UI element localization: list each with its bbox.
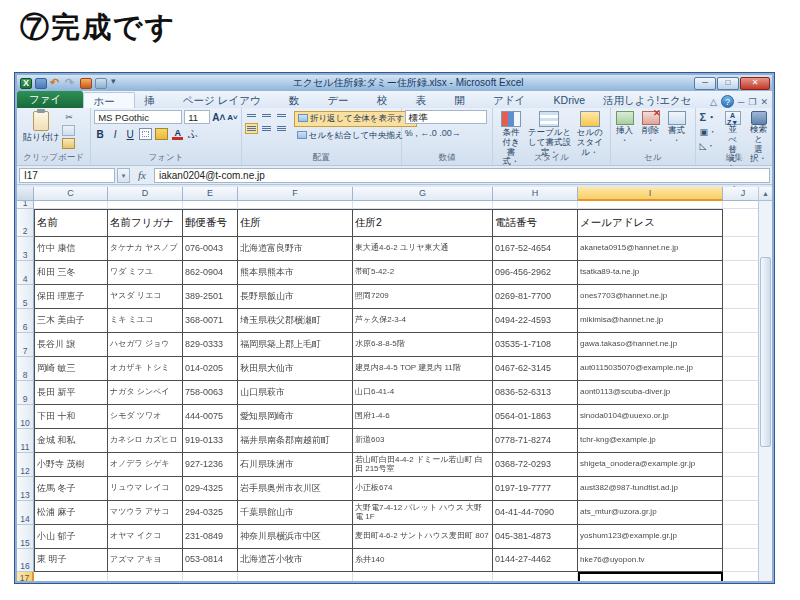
undo-icon[interactable] (50, 78, 62, 89)
cell[interactable] (183, 201, 238, 209)
column-header-F[interactable]: F (238, 187, 353, 201)
cell[interactable] (723, 261, 758, 285)
cell[interactable] (723, 549, 758, 572)
cell[interactable]: ヤスダ リエコ (108, 285, 183, 309)
cell[interactable]: aont0113@scuba-diver.jp (578, 381, 723, 405)
cell[interactable] (493, 201, 578, 209)
cell[interactable] (723, 201, 758, 209)
italic-button[interactable]: I (109, 129, 121, 140)
cell[interactable]: 和田 三冬 (34, 261, 108, 285)
row-header-5[interactable]: 5 (17, 285, 34, 309)
cell[interactable]: 444-0075 (183, 405, 238, 429)
cell[interactable]: 829-0333 (183, 333, 238, 357)
scroll-up-icon[interactable]: ▲ (759, 187, 772, 201)
borders-icon[interactable] (139, 128, 152, 140)
cell[interactable]: ワダ ミフユ (108, 261, 183, 285)
cell[interactable]: 0368-72-0293 (493, 453, 578, 477)
close-button[interactable]: ✕ (740, 77, 770, 90)
cell[interactable] (723, 572, 758, 581)
tab-8[interactable]: 開発 (445, 92, 484, 108)
cell[interactable]: 919-0133 (183, 429, 238, 453)
cell[interactable]: 名前 (34, 209, 108, 237)
cell[interactable] (723, 501, 758, 525)
cell[interactable] (723, 357, 758, 381)
cell[interactable]: メールアドレス (578, 209, 723, 237)
cell[interactable] (34, 201, 108, 209)
cell[interactable] (108, 201, 183, 209)
cell[interactable]: 294-0325 (183, 501, 238, 525)
column-header-E[interactable]: E (183, 187, 238, 201)
cell[interactable]: シモダ ツワオ (108, 405, 183, 429)
row-header-12[interactable]: 12 (17, 453, 34, 477)
tab-file[interactable]: ファイル (17, 91, 83, 108)
name-box[interactable]: I17 (19, 168, 115, 183)
align-middle-icon[interactable] (260, 110, 273, 121)
cell[interactable]: 096-456-2962 (493, 261, 578, 285)
name-box-dropdown-icon[interactable]: ▾ (117, 168, 130, 183)
cell[interactable]: yoshum123@example.gr.jp (578, 525, 723, 549)
align-center-icon[interactable] (260, 123, 273, 134)
cell[interactable]: 岩手県奥州市衣川区 (238, 477, 353, 501)
row-header-10[interactable]: 10 (17, 405, 34, 429)
tab-5[interactable]: データ (318, 92, 368, 108)
cell[interactable]: 北海道苫小牧市 (238, 549, 353, 572)
cell[interactable] (238, 201, 353, 209)
cell[interactable]: 862-0904 (183, 261, 238, 285)
cell[interactable]: 住所2 (353, 209, 493, 237)
cell[interactable]: ナガタ シンペイ (108, 381, 183, 405)
cell[interactable]: 電話番号 (493, 209, 578, 237)
cell[interactable]: tchr-kng@example.jp (578, 429, 723, 453)
cell[interactable] (353, 572, 493, 581)
row-header-9[interactable]: 9 (17, 381, 34, 405)
cell[interactable] (108, 572, 183, 581)
cell[interactable] (723, 525, 758, 549)
number-format-select[interactable]: 標準 (405, 110, 487, 124)
cell[interactable]: ミキ ミユコ (108, 309, 183, 333)
cell[interactable]: 053-0814 (183, 549, 238, 572)
qat-customize-dropdown-icon[interactable] (110, 78, 122, 89)
column-header-D[interactable]: D (108, 187, 183, 201)
cell[interactable]: 0197-19-7777 (493, 477, 578, 501)
cell[interactable]: 0778-71-8274 (493, 429, 578, 453)
cell[interactable]: 埼玉県秩父郡横瀬町 (238, 309, 353, 333)
align-right-icon[interactable] (275, 123, 288, 134)
wrap-text-button[interactable]: 折り返して全体を表示する (294, 111, 417, 127)
column-header-H[interactable]: H (493, 187, 578, 201)
cell[interactable]: 045-381-4873 (493, 525, 578, 549)
cell[interactable] (723, 381, 758, 405)
book-minimize-icon[interactable]: ─ (738, 97, 744, 107)
cell[interactable]: 麦田町4-6-2 サントハウス麦田町 807 (353, 525, 493, 549)
cell[interactable]: 竹中 康信 (34, 237, 108, 261)
cell[interactable]: 927-1236 (183, 453, 238, 477)
cell[interactable]: 0494-22-4593 (493, 309, 578, 333)
cell[interactable]: 佐馬 冬子 (34, 477, 108, 501)
cell[interactable]: 建見内8-4-5 TOP 建見内 11階 (353, 357, 493, 381)
column-header-I[interactable]: I (578, 187, 723, 201)
cell[interactable]: 0564-01-1863 (493, 405, 578, 429)
cell[interactable]: 愛知県岡崎市 (238, 405, 353, 429)
tab-4[interactable]: 数式 (279, 92, 318, 108)
cell[interactable]: マツウラ アサコ (108, 501, 183, 525)
fill-color-icon[interactable] (155, 128, 168, 140)
row-header-8[interactable]: 8 (17, 357, 34, 381)
column-header-C[interactable]: C (34, 187, 108, 201)
cell[interactable]: 金城 和私 (34, 429, 108, 453)
tab-3[interactable]: ページ レイアウト (174, 92, 280, 108)
phonetic-guide-icon[interactable]: ふ (187, 127, 199, 141)
tab-7[interactable]: 表示 (407, 92, 446, 108)
number-icons[interactable]: % , ←.0 .00→ (405, 128, 490, 138)
cell[interactable]: 郵便番号 (183, 209, 238, 237)
grow-font-icon[interactable]: A˄ (212, 112, 225, 123)
align-left-icon[interactable] (245, 123, 258, 134)
cell[interactable]: 帯町5-42-2 (353, 261, 493, 285)
tab-9[interactable]: アドイン (484, 92, 544, 108)
row-header-13[interactable]: 13 (17, 477, 34, 501)
cell[interactable]: 山口6-41-4 (353, 381, 493, 405)
cell[interactable]: aut0115035070@example.ne.jp (578, 357, 723, 381)
cell[interactable]: 千葉県館山市 (238, 501, 353, 525)
cell[interactable]: 山口県萩市 (238, 381, 353, 405)
cell[interactable] (723, 333, 758, 357)
cell[interactable]: aust382@987-tundtist.ad.jp (578, 477, 723, 501)
cell[interactable]: 芦ヶ久保2-3-4 (353, 309, 493, 333)
cell[interactable]: 231-0849 (183, 525, 238, 549)
